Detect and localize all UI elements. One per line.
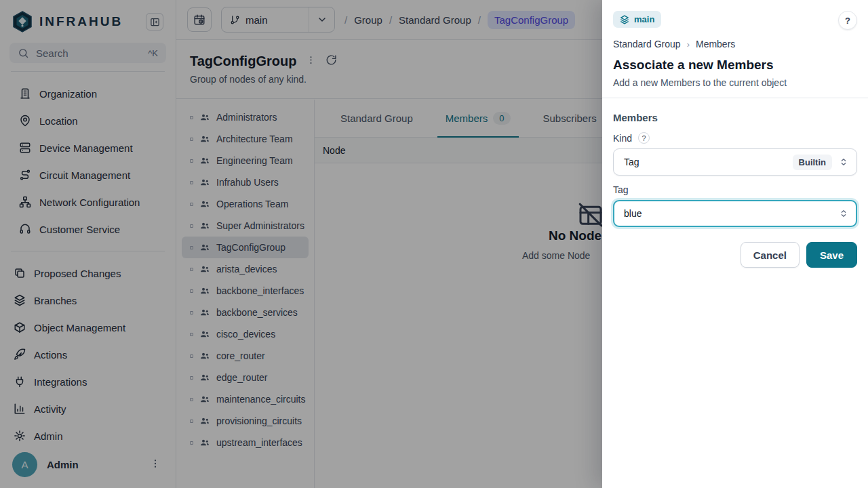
drawer-breadcrumb-standard-group[interactable]: Standard Group: [613, 39, 681, 49]
tag-field-label: Tag: [613, 184, 629, 195]
branch-badge: main: [613, 11, 661, 28]
drawer-breadcrumb: Standard Group › Members: [613, 39, 857, 49]
tag-select-value: blue: [624, 208, 838, 219]
kind-builtin-badge: Builtin: [793, 155, 832, 170]
chevrons-up-down-icon: [838, 208, 849, 219]
drawer-title: Associate a new Members: [613, 58, 857, 73]
kind-help-icon[interactable]: ?: [638, 132, 650, 144]
drawer-subtitle: Add a new Members to the current object: [613, 77, 857, 88]
kind-select[interactable]: Tag Builtin: [613, 148, 857, 176]
kind-field-label: Kind: [613, 133, 632, 144]
branch-badge-label: main: [634, 14, 654, 24]
save-button[interactable]: Save: [806, 242, 857, 268]
layers-icon: [620, 15, 629, 24]
cancel-button[interactable]: Cancel: [741, 242, 800, 268]
drawer-header: main ? Standard Group › Members Associat…: [602, 0, 868, 98]
associate-members-drawer: main ? Standard Group › Members Associat…: [602, 0, 868, 488]
help-button[interactable]: ?: [838, 11, 857, 30]
drawer-breadcrumb-members[interactable]: Members: [696, 39, 735, 49]
tag-select[interactable]: blue: [613, 200, 857, 227]
chevrons-up-down-icon: [838, 157, 849, 167]
drawer-form: Members Kind ? Tag Builtin Tag blue Canc…: [602, 98, 868, 281]
kind-select-value: Tag: [624, 157, 793, 167]
chevron-right-icon: ›: [687, 39, 690, 49]
form-section-heading: Members: [613, 112, 857, 123]
